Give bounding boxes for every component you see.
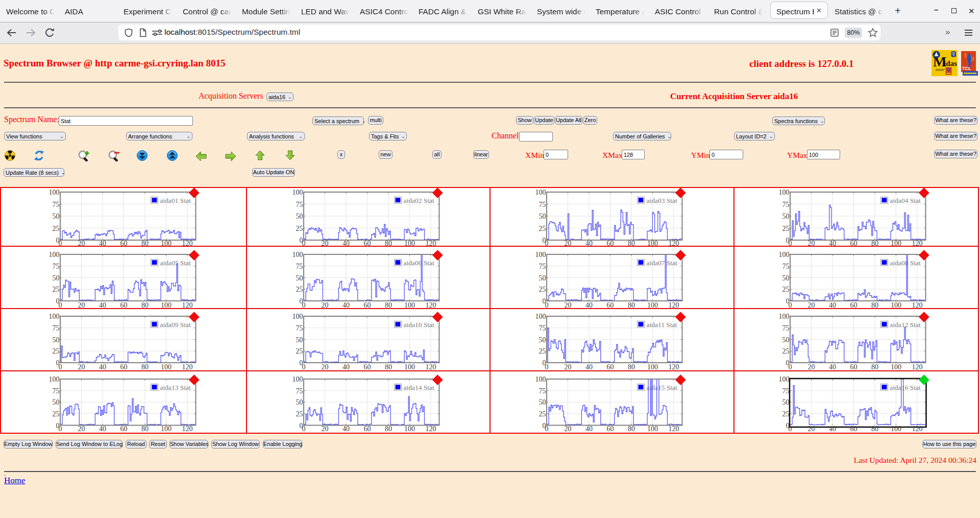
svg-text:50: 50 [782,398,790,406]
svg-text:60: 60 [120,363,128,371]
svg-text:40: 40 [99,363,106,371]
svg-text:20: 20 [565,301,572,309]
svg-text:aida11 Stat: aida11 Stat [647,321,677,328]
svg-text:40: 40 [342,239,350,247]
svg-text:50: 50 [782,213,790,220]
svg-text:0: 0 [789,425,792,432]
svg-text:120: 120 [425,425,436,432]
svg-text:40: 40 [342,301,350,309]
svg-text:120: 120 [425,363,436,371]
svg-text:25: 25 [539,410,546,418]
svg-text:0: 0 [545,425,549,432]
svg-text:80: 80 [628,301,635,309]
svg-text:50: 50 [296,336,303,344]
svg-text:75: 75 [539,324,546,332]
svg-text:25: 25 [539,286,546,293]
svg-text:75: 75 [53,324,60,332]
svg-text:60: 60 [850,363,857,371]
svg-text:40: 40 [585,363,593,371]
svg-text:aida10 Stat: aida10 Stat [403,321,434,328]
svg-text:75: 75 [539,262,546,270]
svg-text:aida13 Stat: aida13 Stat [160,383,191,391]
svg-text:80: 80 [628,363,635,371]
svg-text:25: 25 [296,410,303,418]
svg-text:20: 20 [565,239,572,247]
svg-text:75: 75 [53,262,60,270]
svg-text:50: 50 [296,274,303,281]
svg-text:0: 0 [59,239,62,247]
svg-text:100: 100 [49,375,60,383]
svg-text:25: 25 [296,347,303,355]
svg-text:80: 80 [628,425,635,432]
svg-text:120: 120 [912,239,922,247]
svg-text:100: 100 [535,189,546,196]
svg-text:40: 40 [829,425,836,432]
svg-text:50: 50 [296,398,303,406]
svg-text:0: 0 [545,239,549,247]
svg-text:75: 75 [296,324,303,332]
svg-text:75: 75 [782,200,790,208]
svg-text:80: 80 [871,239,878,247]
svg-text:0: 0 [302,425,305,432]
svg-text:25: 25 [296,224,303,232]
svg-text:80: 80 [141,239,149,247]
svg-text:75: 75 [296,200,303,208]
svg-text:120: 120 [425,239,436,247]
svg-text:80: 80 [871,301,878,309]
svg-text:25: 25 [782,410,790,418]
svg-text:aida03 Stat: aida03 Stat [647,196,678,204]
svg-text:100: 100 [779,313,790,320]
svg-text:40: 40 [829,239,836,247]
svg-text:100: 100 [891,363,901,371]
svg-text:100: 100 [647,301,658,309]
svg-text:20: 20 [321,301,328,309]
svg-text:100: 100 [161,363,172,371]
svg-text:80: 80 [628,239,635,247]
svg-text:80: 80 [385,363,392,371]
svg-text:aida02 Stat: aida02 Stat [403,196,434,204]
svg-text:75: 75 [782,324,790,332]
svg-text:50: 50 [53,336,60,344]
svg-text:120: 120 [669,363,679,371]
svg-text:60: 60 [850,239,857,247]
svg-text:80: 80 [385,425,392,432]
svg-text:100: 100 [49,313,60,320]
svg-text:20: 20 [78,301,85,309]
svg-text:20: 20 [321,363,328,371]
svg-text:0: 0 [59,363,62,371]
svg-text:60: 60 [120,425,128,432]
svg-text:120: 120 [912,425,922,432]
svg-text:75: 75 [539,200,546,208]
svg-text:100: 100 [891,425,901,432]
svg-text:0: 0 [59,425,62,432]
svg-text:aida07 Stat: aida07 Stat [647,258,678,266]
svg-text:60: 60 [120,301,128,309]
svg-text:100: 100 [535,251,546,258]
svg-text:40: 40 [99,239,106,247]
svg-text:100: 100 [535,313,546,320]
svg-text:120: 120 [182,239,192,247]
svg-text:100: 100 [161,425,172,432]
svg-text:50: 50 [539,336,546,344]
svg-text:aida04 Stat: aida04 Stat [890,196,921,204]
svg-text:aida09 Stat: aida09 Stat [160,321,191,328]
svg-text:60: 60 [607,425,614,432]
svg-text:120: 120 [669,301,679,309]
svg-text:75: 75 [53,387,60,394]
svg-text:100: 100 [779,375,790,383]
svg-text:50: 50 [53,274,60,281]
svg-text:20: 20 [565,425,572,432]
svg-text:100: 100 [404,425,415,432]
svg-text:50: 50 [782,336,790,344]
svg-text:100: 100 [404,363,415,371]
svg-text:80: 80 [871,425,878,432]
svg-text:20: 20 [78,239,85,247]
svg-text:40: 40 [585,425,593,432]
svg-text:aida06 Stat: aida06 Stat [403,258,434,266]
svg-text:60: 60 [850,301,857,309]
svg-text:25: 25 [782,224,790,232]
svg-text:60: 60 [363,425,371,432]
svg-text:20: 20 [808,301,815,309]
svg-text:120: 120 [669,425,679,432]
svg-text:20: 20 [808,239,815,247]
